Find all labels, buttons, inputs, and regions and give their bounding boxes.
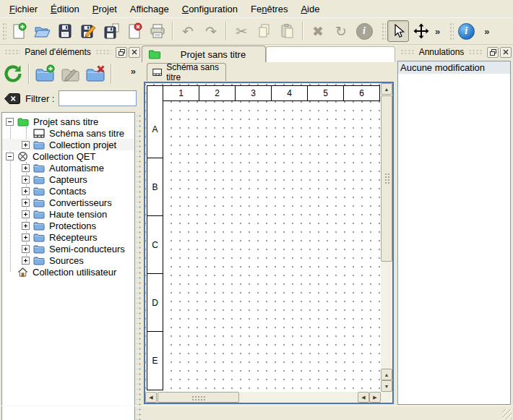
undo-button[interactable]: ↶	[177, 20, 199, 42]
toolbar-drag-handle[interactable]	[449, 22, 454, 40]
float-dock-button[interactable]	[487, 47, 499, 58]
expand-expander-icon[interactable]	[22, 176, 30, 184]
menu-affichage[interactable]: Affichage	[124, 1, 176, 17]
scroll-up-button[interactable]: ▲	[381, 369, 392, 380]
menu-projet[interactable]: Projet	[86, 1, 124, 17]
copy-button[interactable]	[254, 20, 275, 42]
scroll-left-button[interactable]: ◀	[358, 392, 369, 403]
tree-item-contacts[interactable]: Contacts	[2, 185, 134, 197]
print-button[interactable]	[147, 20, 168, 42]
tree-item-collection-utilisateur[interactable]: Collection utilisateur	[2, 266, 134, 278]
close-dock-button[interactable]	[500, 47, 512, 58]
tree-item-collection-qet[interactable]: Collection QET	[2, 150, 134, 162]
cut-button[interactable]: ✂	[230, 20, 252, 42]
toolbar-separator	[302, 22, 303, 40]
folder-icon	[33, 187, 45, 196]
scroll-down-button[interactable]: ▼	[381, 380, 392, 392]
diagram-row-label: E	[147, 332, 163, 390]
tree-item-automatisme[interactable]: Automatisme	[2, 162, 134, 173]
project-folder-icon	[17, 117, 29, 127]
vertical-scrollbar[interactable]: ▲ ▲ ▼	[381, 83, 392, 392]
schema-tab[interactable]: Schéma sans titre	[147, 63, 226, 81]
select-tool-button[interactable]	[387, 20, 409, 42]
resize-grip-icon[interactable]	[502, 409, 512, 419]
toolbar-drag-handle[interactable]	[1, 22, 7, 40]
redo-button[interactable]: ↷	[200, 20, 222, 42]
elements-tree[interactable]: Projet sans titre Schéma sans titre Coll…	[1, 112, 135, 420]
about-info-button[interactable]: i	[455, 20, 477, 42]
undo-history-list[interactable]: Aucune modification	[397, 61, 511, 405]
scroll-up-button[interactable]: ▲	[381, 83, 392, 95]
panel-toolbar-overflow-button[interactable]: »	[131, 66, 136, 77]
tree-item-protections[interactable]: Protections	[2, 220, 134, 231]
paste-icon	[279, 22, 296, 40]
scroll-left-button[interactable]: ◀	[145, 392, 157, 403]
toolbar-drag-handle[interactable]	[381, 22, 386, 40]
expand-expander-icon[interactable]	[22, 257, 30, 265]
horizontal-scroll-thumb[interactable]	[158, 392, 239, 403]
rotate-button[interactable]: ↻	[330, 20, 352, 42]
menu-configuration[interactable]: Configuration	[176, 1, 244, 17]
filter-input[interactable]	[59, 90, 137, 106]
undo-history-item[interactable]: Aucune modification	[398, 61, 510, 74]
save-button[interactable]	[54, 20, 76, 42]
expand-expander-icon[interactable]	[22, 164, 30, 172]
filter-row: Filtrer :	[0, 88, 142, 108]
tree-item-recepteurs[interactable]: Récepteurs	[2, 231, 134, 243]
menu-edition[interactable]: Édition	[44, 1, 86, 17]
menu-fichier[interactable]: Fichier	[3, 1, 44, 17]
copy-icon	[256, 22, 273, 40]
close-file-button[interactable]	[124, 20, 145, 42]
delete-button[interactable]: ✖	[307, 20, 329, 42]
element-info-button[interactable]: i	[353, 20, 375, 42]
project-window-tab[interactable]: Projet sans titre	[142, 46, 266, 62]
tree-item-semi-conducteurs[interactable]: Semi-conducteurs	[2, 243, 134, 254]
collapse-expander-icon[interactable]	[6, 153, 14, 160]
close-dock-button[interactable]	[129, 47, 140, 58]
close-file-icon	[126, 22, 143, 40]
expand-expander-icon[interactable]	[22, 233, 30, 241]
toolbar-overflow-button[interactable]: »	[434, 26, 441, 37]
expand-expander-icon[interactable]	[22, 210, 30, 218]
menu-aide[interactable]: Aide	[294, 1, 326, 17]
menu-fenetres[interactable]: Fenêtres	[244, 1, 294, 17]
clear-filter-icon[interactable]	[4, 93, 21, 105]
tree-item-collection-projet[interactable]: Collection projet	[2, 139, 134, 150]
tree-item-projet-sans-titre[interactable]: Projet sans titre	[2, 116, 134, 127]
scroll-right-button[interactable]: ▶	[369, 392, 381, 403]
delete-category-button[interactable]	[84, 62, 107, 85]
save-all-button[interactable]	[100, 20, 122, 42]
float-dock-button[interactable]	[116, 47, 127, 58]
folder-icon	[33, 256, 45, 265]
new-category-button[interactable]	[33, 62, 56, 85]
expand-expander-icon[interactable]	[22, 222, 30, 230]
tree-item-haute-tension[interactable]: Haute tension	[2, 208, 134, 220]
vertical-scroll-thumb[interactable]	[381, 95, 392, 262]
horizontal-scrollbar[interactable]: ◀ ◀ ▶	[145, 392, 392, 403]
expand-expander-icon[interactable]	[22, 141, 30, 149]
diagram-canvas[interactable]: 1 2 3 4 5 6 A B C D E	[145, 83, 381, 392]
collapse-expander-icon[interactable]	[6, 118, 14, 126]
reload-icon	[3, 64, 23, 84]
new-project-button[interactable]	[8, 20, 30, 42]
tree-item-capteurs[interactable]: Capteurs	[2, 173, 134, 185]
save-as-button[interactable]	[77, 20, 99, 42]
expand-expander-icon[interactable]	[22, 199, 30, 207]
tree-item-schema-sans-titre[interactable]: Schéma sans titre	[2, 127, 134, 139]
scroll-right-icon: ▶	[373, 395, 376, 400]
reload-collections-button[interactable]	[1, 62, 25, 85]
open-project-button[interactable]	[31, 20, 53, 42]
schema-icon	[33, 129, 45, 138]
edit-category-button[interactable]	[59, 62, 82, 85]
tree-item-sources[interactable]: Sources	[2, 254, 134, 266]
expand-expander-icon[interactable]	[22, 245, 30, 253]
cut-icon: ✂	[236, 25, 247, 38]
tree-item-convertisseurs[interactable]: Convertisseurs	[2, 197, 134, 208]
move-tool-button[interactable]	[410, 20, 432, 42]
diagram-column-label: 2	[199, 86, 235, 100]
paste-button[interactable]	[277, 20, 298, 42]
dock-splitter[interactable]	[137, 112, 141, 420]
elements-panel-toolbar: »	[0, 59, 142, 88]
expand-expander-icon[interactable]	[22, 187, 30, 195]
toolbar-overflow-button[interactable]: »	[483, 26, 491, 37]
